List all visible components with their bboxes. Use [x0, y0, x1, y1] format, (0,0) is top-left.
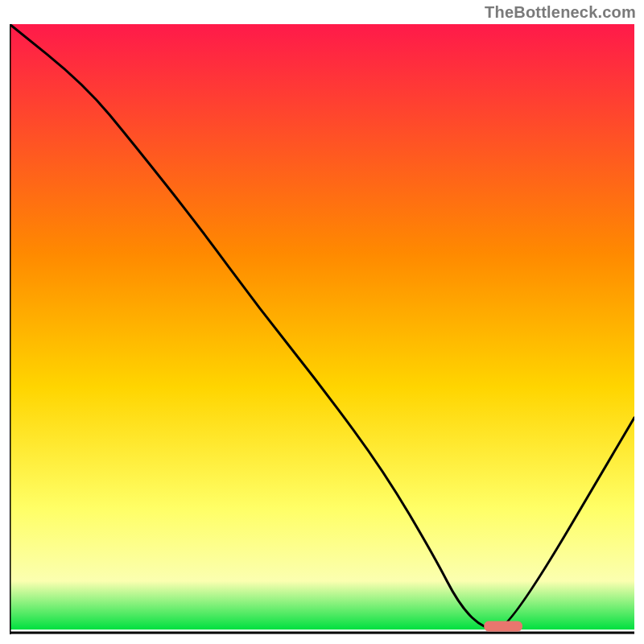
optimal-marker [485, 621, 522, 631]
bottleneck-chart [10, 24, 634, 634]
plot-area [10, 24, 634, 634]
chart-container: TheBottleneck.com [0, 0, 644, 644]
watermark-text: TheBottleneck.com [485, 3, 636, 22]
gradient-background [10, 24, 634, 630]
